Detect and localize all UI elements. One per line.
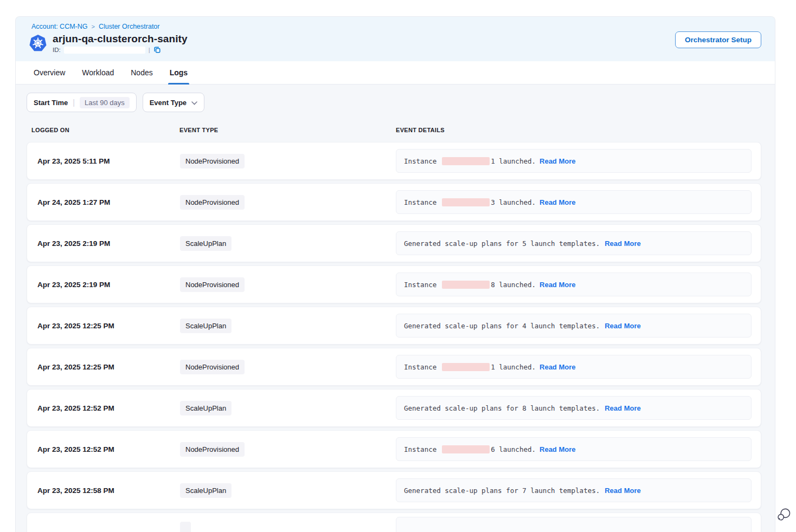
tab-overview[interactable]: Overview xyxy=(34,61,65,84)
redacted-instance-id xyxy=(442,281,490,289)
breadcrumb-section-link[interactable]: Cluster Orchestrator xyxy=(99,23,160,30)
event-detail-prefix: Instance xyxy=(404,157,436,165)
breadcrumb: Account: CCM-NG > Cluster Orchestrator xyxy=(31,23,761,30)
event-type-filter[interactable]: Event Type xyxy=(143,93,204,112)
redacted-instance-id xyxy=(442,198,490,206)
event-type-badge: NodeProvisioned xyxy=(180,360,245,374)
event-details-cell: Instance 6 launched. Read More xyxy=(396,437,752,461)
read-more-link[interactable]: Read More xyxy=(540,445,575,453)
table-row[interactable]: Apr 23, 2025 2:19 PM ScaleUpPlan Generat… xyxy=(27,224,761,262)
event-detail-suffix: 3 launched. xyxy=(491,198,536,206)
table-row[interactable]: Apr 23, 2025 12:52 PM ScaleUpPlan Genera… xyxy=(27,389,761,427)
event-type-badge: ScaleUpPlan xyxy=(180,236,232,251)
id-label: ID: xyxy=(53,47,61,53)
event-details-cell: Instance 8 launched. Read More xyxy=(396,273,752,296)
event-detail-prefix: Generated scale-up plans for 7 launch te… xyxy=(404,486,600,495)
tab-nodes[interactable]: Nodes xyxy=(131,61,152,84)
table-row[interactable] xyxy=(27,512,761,532)
event-details-cell: Generated scale-up plans for 4 launch te… xyxy=(396,314,752,338)
column-header-logged-on: LOGGED ON xyxy=(31,127,179,133)
read-more-link[interactable]: Read More xyxy=(605,486,640,495)
event-log-list: Apr 23, 2025 5:11 PM NodeProvisioned Ins… xyxy=(16,142,775,532)
event-detail-suffix: 1 launched. xyxy=(491,363,536,371)
read-more-link[interactable]: Read More xyxy=(540,157,575,165)
chat-bubbles-icon[interactable] xyxy=(776,507,792,522)
table-row[interactable]: Apr 24, 2025 1:27 PM NodeProvisioned Ins… xyxy=(27,183,761,221)
logged-on-cell: Apr 23, 2025 5:11 PM xyxy=(37,157,180,165)
tab-bar: Overview Workload Nodes Logs xyxy=(16,61,775,85)
logged-on-cell: Apr 23, 2025 2:19 PM xyxy=(37,239,180,248)
logged-on-cell: Apr 23, 2025 12:52 PM xyxy=(37,445,180,453)
logged-on-cell: Apr 23, 2025 2:19 PM xyxy=(37,281,180,289)
cluster-id-redacted xyxy=(64,47,145,54)
redacted-instance-id xyxy=(442,363,490,371)
redacted-instance-id xyxy=(442,445,490,453)
cluster-orchestrator-page: Account: CCM-NG > Cluster Orchestrator xyxy=(15,16,775,532)
event-type-badge: NodeProvisioned xyxy=(180,195,245,210)
event-details-cell: Generated scale-up plans for 8 launch te… xyxy=(396,396,752,420)
logged-on-cell: Apr 23, 2025 12:25 PM xyxy=(37,322,180,330)
event-detail-prefix: Instance xyxy=(404,363,436,371)
logged-on-cell: Apr 23, 2025 12:58 PM xyxy=(37,486,180,495)
event-type-badge: NodeProvisioned xyxy=(180,154,245,168)
orchestrator-setup-button[interactable]: Orchestrator Setup xyxy=(675,31,761,48)
chevron-down-icon xyxy=(191,101,197,105)
event-detail-prefix: Instance xyxy=(404,445,436,453)
breadcrumb-account-link[interactable]: Account: CCM-NG xyxy=(31,23,88,30)
event-detail-suffix: 6 launched. xyxy=(491,445,536,453)
event-detail-prefix: Generated scale-up plans for 5 launch te… xyxy=(404,239,600,248)
event-details-cell: Generated scale-up plans for 7 launch te… xyxy=(396,478,752,502)
table-row[interactable]: Apr 23, 2025 12:25 PM NodeProvisioned In… xyxy=(27,348,761,386)
event-type-badge: ScaleUpPlan xyxy=(180,401,232,416)
read-more-link[interactable]: Read More xyxy=(540,198,575,206)
event-detail-suffix: 1 launched. xyxy=(491,157,536,165)
redacted-instance-id xyxy=(442,157,490,165)
kubernetes-icon xyxy=(29,34,47,53)
event-details-cell: Instance 1 launched. Read More xyxy=(396,355,752,379)
event-detail-suffix: 8 launched. xyxy=(491,281,536,289)
copy-icon[interactable] xyxy=(153,46,161,54)
logged-on-cell: Apr 23, 2025 12:25 PM xyxy=(37,363,180,371)
event-detail-prefix: Generated scale-up plans for 8 launch te… xyxy=(404,404,600,412)
tab-workload[interactable]: Workload xyxy=(82,61,114,84)
logged-on-cell: Apr 23, 2025 12:52 PM xyxy=(37,404,180,412)
event-type-badge: NodeProvisioned xyxy=(180,277,245,292)
read-more-link[interactable]: Read More xyxy=(605,404,640,412)
event-detail-prefix: Instance xyxy=(404,198,436,206)
read-more-link[interactable]: Read More xyxy=(605,322,640,330)
read-more-link[interactable]: Read More xyxy=(540,281,575,289)
table-header-row: LOGGED ON EVENT TYPE EVENT DETAILS xyxy=(16,127,775,133)
start-time-filter[interactable]: Start Time | Last 90 days xyxy=(27,93,137,112)
column-header-event-details: EVENT DETAILS xyxy=(396,127,775,133)
table-row[interactable]: Apr 23, 2025 12:25 PM ScaleUpPlan Genera… xyxy=(27,307,761,345)
event-type-badge: ScaleUpPlan xyxy=(180,483,232,498)
event-type-label: Event Type xyxy=(150,99,187,107)
table-row[interactable]: Apr 23, 2025 2:19 PM NodeProvisioned Ins… xyxy=(27,265,761,303)
event-detail-prefix: Instance xyxy=(404,281,436,289)
event-type-badge: NodeProvisioned xyxy=(180,442,245,457)
page-header: Account: CCM-NG > Cluster Orchestrator xyxy=(16,17,775,61)
logged-on-cell: Apr 24, 2025 1:27 PM xyxy=(37,198,180,206)
event-type-badge: ScaleUpPlan xyxy=(180,319,232,333)
start-time-value: Last 90 days xyxy=(80,97,130,108)
read-more-link[interactable]: Read More xyxy=(605,239,640,248)
event-details-cell: Instance 1 launched. Read More xyxy=(396,149,752,173)
filter-bar: Start Time | Last 90 days Event Type xyxy=(27,93,775,112)
tab-logs[interactable]: Logs xyxy=(170,61,188,84)
id-divider: | xyxy=(149,47,150,53)
table-row[interactable]: Apr 23, 2025 5:11 PM NodeProvisioned Ins… xyxy=(27,142,761,180)
breadcrumb-separator: > xyxy=(92,23,95,30)
read-more-link[interactable]: Read More xyxy=(540,363,575,371)
event-details-cell xyxy=(396,517,752,532)
column-header-event-type: EVENT TYPE xyxy=(179,127,396,133)
event-detail-prefix: Generated scale-up plans for 4 launch te… xyxy=(404,322,600,330)
filter-divider: | xyxy=(73,98,75,107)
event-type-badge xyxy=(180,522,191,532)
table-row[interactable]: Apr 23, 2025 12:52 PM NodeProvisioned In… xyxy=(27,430,761,468)
logs-panel: Start Time | Last 90 days Event Type LOG… xyxy=(16,85,775,532)
start-time-label: Start Time xyxy=(34,99,68,107)
event-details-cell: Instance 3 launched. Read More xyxy=(396,190,752,214)
page-title: arjun-qa-clusterorch-sanity xyxy=(53,33,188,45)
table-row[interactable]: Apr 23, 2025 12:58 PM ScaleUpPlan Genera… xyxy=(27,471,761,509)
event-details-cell: Generated scale-up plans for 5 launch te… xyxy=(396,231,752,255)
